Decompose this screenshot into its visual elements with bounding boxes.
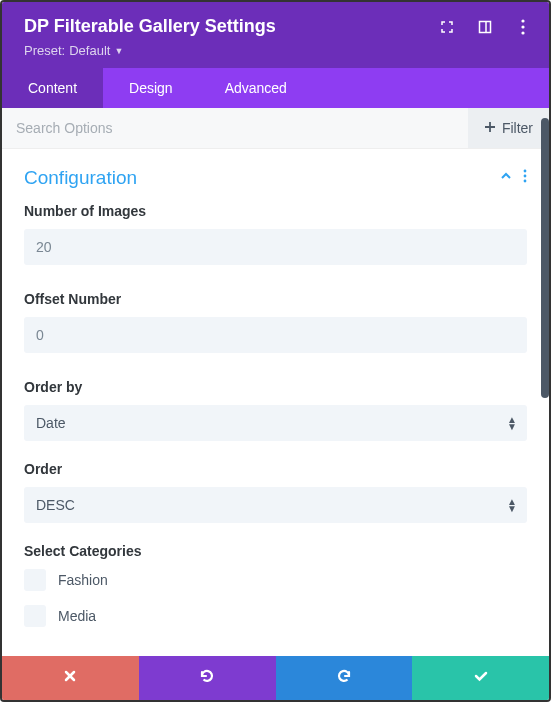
footer-actions: [2, 656, 549, 700]
search-input[interactable]: [2, 108, 468, 148]
category-label: Fashion: [58, 572, 108, 588]
tab-content[interactable]: Content: [2, 68, 103, 108]
order-by-label: Order by: [24, 379, 527, 395]
order-select[interactable]: DESC: [24, 487, 527, 523]
svg-point-7: [524, 170, 527, 173]
order-by-select[interactable]: Date: [24, 405, 527, 441]
snap-icon[interactable]: [477, 19, 493, 35]
redo-icon: [335, 667, 353, 689]
svg-rect-0: [480, 21, 491, 32]
modal-title: DP Filterable Gallery Settings: [24, 16, 276, 37]
offset-label: Offset Number: [24, 291, 527, 307]
search-bar: Filter: [2, 108, 549, 149]
order-label: Order: [24, 461, 527, 477]
close-icon: [63, 669, 77, 687]
tab-design[interactable]: Design: [103, 68, 199, 108]
category-checkbox-media[interactable]: [24, 605, 46, 627]
cancel-button[interactable]: [2, 656, 139, 700]
expand-icon[interactable]: [439, 19, 455, 35]
categories-label: Select Categories: [24, 543, 527, 559]
tab-advanced[interactable]: Advanced: [199, 68, 313, 108]
content-panel: Configuration Number of Images Offset Nu…: [2, 149, 549, 641]
section-title: Configuration: [24, 167, 137, 189]
offset-input[interactable]: [24, 317, 527, 353]
svg-point-2: [521, 19, 524, 22]
category-label: Media: [58, 608, 96, 624]
preset-value: Default: [69, 43, 110, 58]
svg-point-3: [521, 25, 524, 28]
collapse-icon[interactable]: [499, 169, 513, 187]
undo-button[interactable]: [139, 656, 276, 700]
category-checkbox-fashion[interactable]: [24, 569, 46, 591]
filter-label: Filter: [502, 120, 533, 136]
redo-button[interactable]: [276, 656, 413, 700]
check-icon: [472, 667, 490, 689]
scrollbar[interactable]: [541, 118, 549, 398]
plus-icon: [484, 120, 496, 136]
svg-point-9: [524, 180, 527, 183]
num-images-label: Number of Images: [24, 203, 527, 219]
category-item: Media: [24, 605, 527, 627]
svg-point-8: [524, 175, 527, 178]
preset-label: Preset:: [24, 43, 65, 58]
undo-icon: [198, 667, 216, 689]
more-icon[interactable]: [515, 19, 531, 35]
section-more-icon[interactable]: [523, 169, 527, 187]
svg-point-4: [521, 31, 524, 34]
num-images-input[interactable]: [24, 229, 527, 265]
tabs: Content Design Advanced: [2, 68, 549, 108]
modal-header: DP Filterable Gallery Settings Preset: D…: [2, 2, 549, 68]
chevron-down-icon: ▼: [114, 46, 123, 56]
category-item: Fashion: [24, 569, 527, 591]
filter-button[interactable]: Filter: [468, 108, 549, 148]
preset-selector[interactable]: Preset: Default ▼: [24, 43, 531, 58]
save-button[interactable]: [412, 656, 549, 700]
